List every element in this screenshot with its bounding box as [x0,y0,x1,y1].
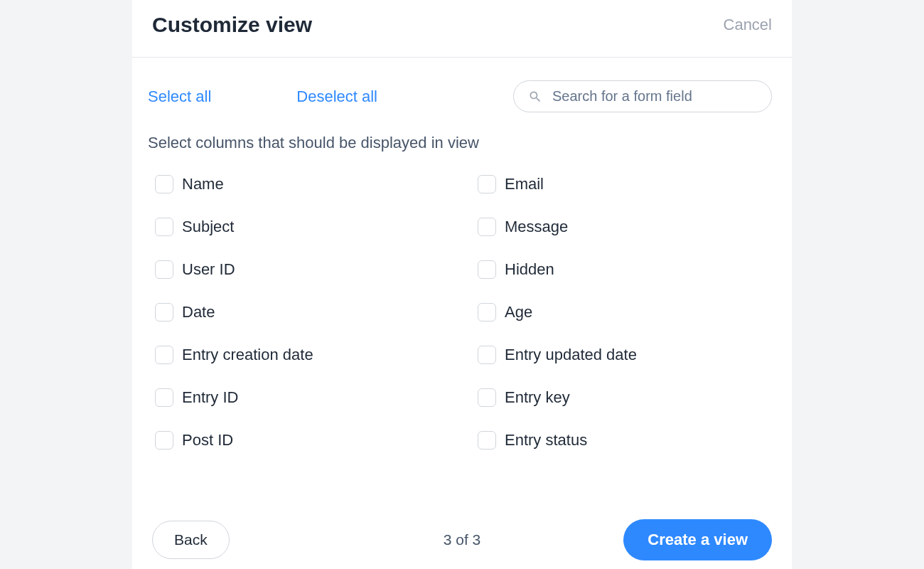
field-item-hidden: Hidden [478,260,772,279]
field-item-age: Age [478,303,772,321]
checkbox-entry-key[interactable] [478,388,496,407]
field-item-entry-status: Entry status [478,431,772,450]
checkbox-email[interactable] [478,175,496,193]
checkbox-name[interactable] [155,175,173,193]
field-label: Entry key [505,388,570,407]
checkbox-entry-updated-date[interactable] [478,346,496,364]
field-label: Entry updated date [505,346,637,364]
checkbox-subject[interactable] [155,218,173,236]
select-links: Select all Deselect all [148,87,377,106]
field-label: Hidden [505,260,554,279]
checkbox-entry-id[interactable] [155,388,173,407]
checkbox-message[interactable] [478,218,496,236]
checkbox-date[interactable] [155,303,173,321]
field-grid: Name Email Subject Message User ID Hidde… [148,175,772,450]
field-item-email: Email [478,175,772,193]
checkbox-entry-creation-date[interactable] [155,346,173,364]
search-input[interactable] [552,88,757,105]
field-item-post-id: Post ID [155,431,449,450]
checkbox-hidden[interactable] [478,260,496,279]
field-item-subject: Subject [155,218,449,236]
field-item-entry-key: Entry key [478,388,772,407]
field-item-entry-creation-date: Entry creation date [155,346,449,364]
controls-row: Select all Deselect all [148,80,772,112]
instruction-text: Select columns that should be displayed … [148,134,772,152]
field-label: Entry ID [182,388,238,407]
back-button[interactable]: Back [152,521,230,559]
field-label: Message [505,218,568,236]
field-label: Entry creation date [182,346,313,364]
checkbox-post-id[interactable] [155,431,173,450]
step-indicator: 3 of 3 [444,531,481,548]
search-field-wrap[interactable] [513,80,772,112]
modal-body: Select all Deselect all Select columns t… [132,58,792,450]
field-item-message: Message [478,218,772,236]
field-item-name: Name [155,175,449,193]
field-label: Name [182,175,224,193]
modal-header: Customize view Cancel [132,0,792,58]
field-label: User ID [182,260,235,279]
field-label: Email [505,175,544,193]
field-item-date: Date [155,303,449,321]
field-label: Subject [182,218,234,236]
customize-view-modal: Customize view Cancel Select all Deselec… [132,0,792,569]
checkbox-user-id[interactable] [155,260,173,279]
select-all-button[interactable]: Select all [148,87,211,106]
field-label: Age [505,303,532,321]
checkbox-age[interactable] [478,303,496,321]
field-label: Post ID [182,431,233,450]
field-item-entry-updated-date: Entry updated date [478,346,772,364]
deselect-all-button[interactable]: Deselect all [296,87,377,106]
field-label: Date [182,303,215,321]
modal-title: Customize view [152,13,312,37]
field-label: Entry status [505,431,587,450]
checkbox-entry-status[interactable] [478,431,496,450]
search-icon [528,90,542,104]
field-item-user-id: User ID [155,260,449,279]
modal-footer: Back 3 of 3 Create a view [132,519,792,560]
field-item-entry-id: Entry ID [155,388,449,407]
cancel-button[interactable]: Cancel [724,16,772,34]
create-view-button[interactable]: Create a view [623,519,772,560]
